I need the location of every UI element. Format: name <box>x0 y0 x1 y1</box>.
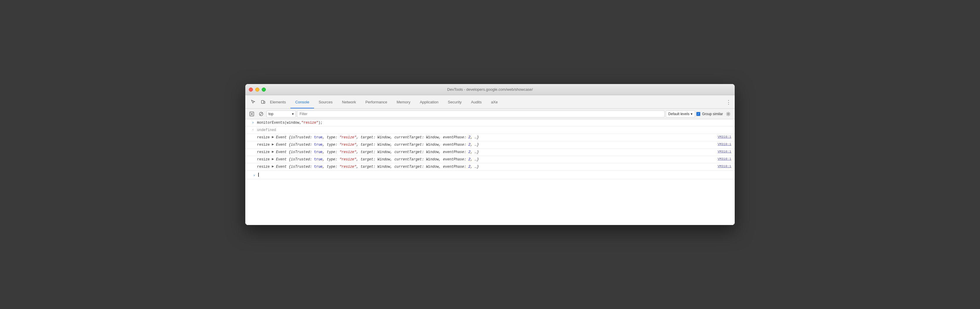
maximize-button[interactable] <box>262 88 266 92</box>
console-row-event-3: resize ▶ Event {isTrusted: true, type: "… <box>245 149 735 156</box>
console-content-event-5: resize ▶ Event {isTrusted: true, type: "… <box>256 163 716 170</box>
tab-console[interactable]: Console <box>291 96 314 108</box>
console-content-event-2: resize ▶ Event {isTrusted: true, type: "… <box>256 141 716 148</box>
console-filter-input[interactable] <box>297 110 665 117</box>
tab-bar: Elements Console Sources Network Perform… <box>245 95 735 109</box>
console-row-event-4: resize ▶ Event {isTrusted: true, type: "… <box>245 156 735 163</box>
console-content-undefined: undefined <box>256 126 735 134</box>
console-content-event-1: resize ▶ Event {isTrusted: true, type: "… <box>256 134 716 141</box>
tab-network[interactable]: Network <box>337 96 361 108</box>
console-content-event-3: resize ▶ Event {isTrusted: true, type: "… <box>256 149 716 156</box>
tab-performance[interactable]: Performance <box>361 96 392 108</box>
console-prompt-gutter: › <box>247 172 257 178</box>
chevron-down-icon: ▾ <box>292 112 294 116</box>
minimize-button[interactable] <box>255 88 259 92</box>
tabs-list: Elements Console Sources Network Perform… <box>245 95 735 108</box>
console-row-event-2: resize ▶ Event {isTrusted: true, type: "… <box>245 141 735 149</box>
expand-event-2-icon[interactable]: ▶ <box>272 142 274 147</box>
block-requests-button[interactable] <box>257 110 265 118</box>
more-tabs-button[interactable]: ⋮ <box>722 96 735 108</box>
levels-chevron-icon: ▾ <box>691 112 692 116</box>
close-button[interactable] <box>249 88 253 92</box>
tab-application[interactable]: Application <box>415 96 443 108</box>
tab-axe[interactable]: aXe <box>486 96 502 108</box>
console-toolbar: top ▾ Default levels ▾ Group similar <box>245 109 735 119</box>
console-row-event-5: resize ▶ Event {isTrusted: true, type: "… <box>245 163 735 171</box>
console-content-input: monitorEvents(window, "resize"); <box>256 119 735 126</box>
console-gutter-event-4 <box>245 156 256 163</box>
tab-elements[interactable]: Elements <box>265 96 291 108</box>
execution-context-select[interactable]: top ▾ <box>266 110 296 117</box>
window-title: DevTools - developers.google.com/web/sho… <box>447 87 533 92</box>
group-similar-label[interactable]: Group similar <box>696 112 723 116</box>
console-gutter-event-1 <box>245 134 256 141</box>
console-output: › monitorEvents(window, "resize"); ‹ und… <box>245 119 735 225</box>
svg-rect-0 <box>261 101 264 103</box>
expand-event-5-icon[interactable]: ▶ <box>272 164 274 169</box>
tab-security[interactable]: Security <box>443 96 466 108</box>
clear-console-button[interactable] <box>248 110 256 118</box>
titlebar: DevTools - developers.google.com/web/sho… <box>245 84 735 95</box>
console-link-3[interactable]: VM310:1 <box>716 149 735 154</box>
device-toolbar-button[interactable] <box>259 98 267 106</box>
tab-memory[interactable]: Memory <box>392 96 415 108</box>
console-gutter-undefined: ‹ <box>245 126 256 134</box>
group-similar-checkbox[interactable] <box>696 112 700 116</box>
svg-line-6 <box>260 112 262 115</box>
expand-event-3-icon[interactable]: ▶ <box>272 149 274 154</box>
console-link-2[interactable]: VM310:1 <box>716 141 735 147</box>
cursor <box>258 173 259 177</box>
console-row-undefined: ‹ undefined <box>245 126 735 134</box>
console-content-event-4: resize ▶ Event {isTrusted: true, type: "… <box>256 156 716 163</box>
tab-bar-left-icons <box>249 95 267 109</box>
svg-point-7 <box>728 113 729 115</box>
console-gutter-input: › <box>245 119 256 126</box>
devtools-body: Elements Console Sources Network Perform… <box>245 95 735 225</box>
console-link-4[interactable]: VM310:1 <box>716 156 735 162</box>
expand-event-4-icon[interactable]: ▶ <box>272 157 274 161</box>
settings-button[interactable] <box>724 110 732 118</box>
console-row-input: › monitorEvents(window, "resize"); <box>245 119 735 126</box>
traffic-lights <box>249 88 266 92</box>
expand-event-1-icon[interactable]: ▶ <box>272 135 274 139</box>
log-levels-button[interactable]: Default levels ▾ <box>666 110 695 117</box>
console-link-1[interactable]: VM310:1 <box>716 134 735 139</box>
console-link-5[interactable]: VM310:1 <box>716 163 735 169</box>
console-row-event-1: resize ▶ Event {isTrusted: true, type: "… <box>245 134 735 141</box>
console-gutter-event-5 <box>245 163 256 170</box>
console-input-area[interactable] <box>257 172 733 178</box>
console-prompt-row[interactable]: › <box>245 171 735 179</box>
svg-rect-1 <box>264 101 265 103</box>
console-gutter-event-2 <box>245 141 256 148</box>
console-gutter-event-3 <box>245 149 256 156</box>
inspect-element-button[interactable] <box>249 98 258 106</box>
devtools-window: DevTools - developers.google.com/web/sho… <box>245 84 735 225</box>
tab-sources[interactable]: Sources <box>314 96 337 108</box>
tab-audits[interactable]: Audits <box>466 96 486 108</box>
